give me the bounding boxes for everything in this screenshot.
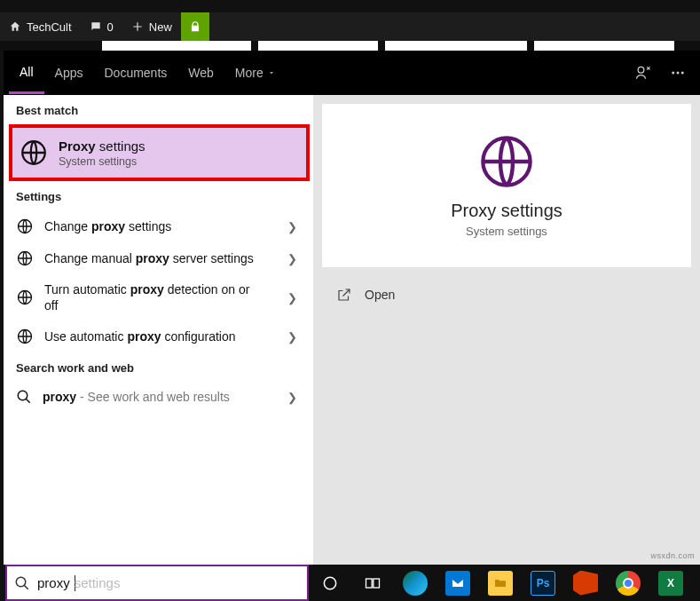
settings-result-change-proxy[interactable]: Change proxy settings ❯ [4, 210, 313, 242]
comment-icon [90, 20, 102, 33]
result-label: Change manual proxy server settings [44, 251, 301, 265]
tab-documents[interactable]: Documents [93, 53, 177, 92]
preview-title: Proxy settings [451, 201, 562, 221]
taskbar-edge[interactable] [394, 565, 437, 601]
more-options-button[interactable] [661, 65, 695, 81]
svg-rect-14 [374, 579, 380, 588]
open-icon [336, 287, 352, 303]
tab-all[interactable]: All [9, 52, 44, 94]
preview-card: Proxy settings System settings [322, 104, 691, 267]
search-icon [16, 389, 32, 405]
globe-icon [18, 137, 50, 169]
tab-more-label: More [235, 66, 263, 80]
globe-icon [16, 217, 34, 235]
browser-tab-strip [0, 41, 700, 51]
adminbar-comments-count: 0 [107, 20, 114, 34]
open-action[interactable]: Open [322, 267, 691, 322]
search-filter-tabs: All Apps Documents Web More [4, 51, 700, 95]
home-icon [9, 20, 21, 33]
adminbar-site[interactable]: TechCult [0, 12, 81, 41]
chevron-right-icon: ❯ [287, 252, 297, 265]
globe-icon [16, 249, 34, 267]
tab-apps[interactable]: Apps [44, 53, 94, 92]
chevron-right-icon: ❯ [287, 391, 297, 404]
search-typed-text: proxy [37, 575, 70, 590]
web-result[interactable]: proxy - See work and web results ❯ [4, 382, 313, 412]
svg-point-2 [677, 72, 680, 75]
adminbar-comments[interactable]: 0 [81, 12, 122, 41]
taskbar-cortana[interactable] [309, 565, 351, 601]
settings-result-auto-detect[interactable]: Turn automatic proxy detection on or off… [4, 274, 313, 320]
plus-icon [131, 20, 144, 33]
best-match-title: Proxy settings [59, 138, 146, 154]
adminbar-site-label: TechCult [27, 20, 72, 34]
watermark: wsxdn.com [650, 551, 695, 560]
settings-result-change-manual-proxy[interactable]: Change manual proxy server settings ❯ [4, 242, 313, 274]
preview-pane: Proxy settings System settings Open [313, 95, 700, 565]
taskbar: Ps X [309, 565, 700, 601]
best-match-subtitle: System settings [59, 155, 146, 168]
search-panel: All Apps Documents Web More Best match [4, 51, 700, 565]
globe-icon [16, 289, 34, 306]
chevron-right-icon: ❯ [287, 291, 297, 304]
globe-icon [16, 328, 34, 345]
taskbar-excel[interactable]: X [649, 565, 692, 601]
taskbar-chrome[interactable] [607, 565, 649, 601]
taskbar-mail[interactable] [437, 565, 479, 601]
taskbar-photoshop[interactable]: Ps [522, 565, 564, 601]
result-label: proxy - See work and web results [43, 390, 301, 404]
svg-rect-13 [366, 579, 373, 588]
section-settings: Settings [4, 181, 313, 210]
result-label: Use automatic proxy configuration [44, 329, 301, 344]
section-best-match: Best match [4, 95, 313, 124]
taskbar-task-view[interactable] [351, 565, 394, 601]
svg-point-12 [324, 577, 335, 589]
svg-point-9 [18, 391, 28, 401]
settings-result-auto-config[interactable]: Use automatic proxy configuration ❯ [4, 320, 313, 352]
search-icon [14, 575, 30, 591]
result-label: Change proxy settings [44, 219, 301, 233]
start-search-box[interactable]: proxy settings [5, 565, 309, 601]
lock-icon [189, 20, 201, 33]
svg-point-0 [638, 67, 644, 73]
tab-more[interactable]: More [224, 53, 287, 92]
chevron-down-icon [267, 68, 276, 77]
adminbar-new-label: New [149, 20, 172, 34]
svg-point-3 [681, 72, 684, 75]
chevron-right-icon: ❯ [287, 330, 297, 344]
best-match-result[interactable]: Proxy settings System settings [9, 124, 310, 181]
globe-icon [478, 133, 535, 190]
tab-web[interactable]: Web [177, 53, 224, 92]
open-label: Open [365, 288, 395, 302]
results-list: Best match Proxy settings System setting… [4, 95, 313, 565]
search-ghost-text: settings [75, 575, 121, 590]
svg-point-11 [16, 577, 26, 587]
preview-subtitle: System settings [466, 225, 547, 238]
section-search-web: Search work and web [4, 352, 313, 382]
chevron-right-icon: ❯ [287, 220, 297, 233]
browser-admin-bar: TechCult 0 New [0, 12, 700, 41]
feedback-button[interactable] [625, 64, 661, 82]
svg-point-1 [672, 72, 674, 75]
adminbar-new[interactable]: New [122, 12, 181, 41]
result-label: Turn automatic proxy detection on or off [44, 281, 257, 313]
taskbar-explorer[interactable] [479, 565, 522, 601]
adminbar-lock[interactable] [181, 12, 209, 41]
taskbar-office[interactable] [564, 565, 607, 601]
